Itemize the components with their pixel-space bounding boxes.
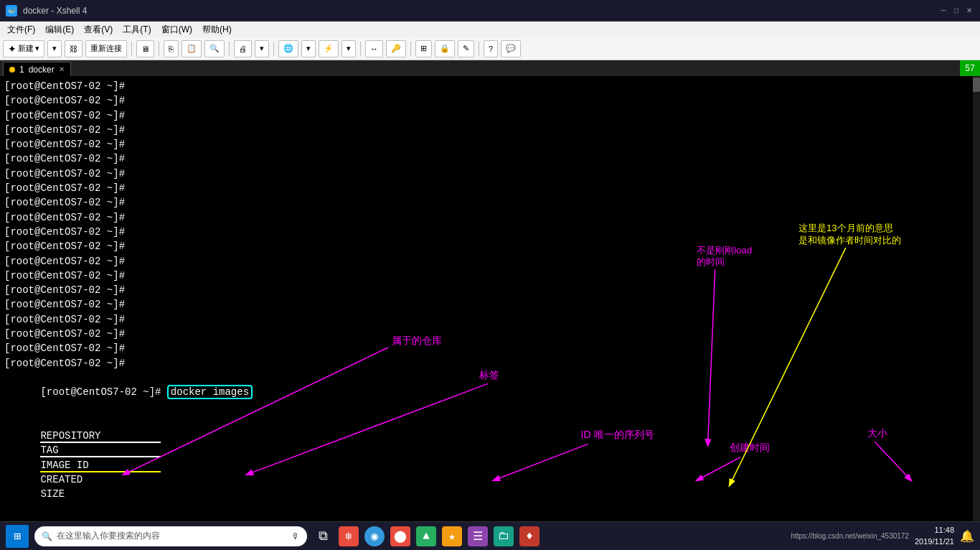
app-icon: 🐳: [6, 5, 17, 17]
microphone-icon: 🎙: [291, 531, 300, 541]
search-bar[interactable]: 🔍 在这里输入你要搜索的内容 🎙: [34, 526, 307, 546]
new-label: 新建: [18, 43, 34, 54]
term-line: [root@CentOS7-02 ~]#: [4, 210, 976, 225]
plugin-button[interactable]: ⚡: [319, 40, 339, 57]
pinned-icon-4[interactable]: ▲: [416, 526, 436, 546]
menu-window[interactable]: 窗口(W): [157, 22, 197, 37]
term-line: [root@CentOS7-02 ~]#: [4, 254, 976, 269]
search-button[interactable]: 🔍: [204, 40, 225, 57]
term-line: [root@CentOS7-02 ~]#: [4, 79, 976, 93]
pinned-icon-6[interactable]: ☰: [468, 526, 488, 546]
tab-close-button[interactable]: ✕: [59, 65, 65, 73]
menu-help[interactable]: 帮助(H): [198, 22, 236, 37]
search-icon: 🔍: [42, 531, 52, 541]
pinned-icon-8[interactable]: ♦: [519, 526, 540, 546]
images-data-row: centos latest 75835a67d134 13 months ago…: [4, 516, 976, 521]
window-controls[interactable]: ─ □ ✕: [938, 6, 974, 16]
separator-6: [410, 42, 411, 56]
tab-bar: 1 docker ✕ 57: [0, 60, 980, 76]
term-line: [root@CentOS7-02 ~]#: [4, 108, 976, 123]
id-header: IMAGE ID: [40, 460, 161, 472]
term-line: [root@CentOS7-02 ~]#: [4, 297, 976, 312]
term-line: [root@CentOS7-02 ~]#: [4, 312, 976, 327]
xftp-button[interactable]: ↔: [365, 40, 383, 57]
terminal-wrapper: [root@CentOS7-02 ~]# [root@CentOS7-02 ~]…: [0, 76, 980, 521]
taskview-icon[interactable]: ⧉: [313, 526, 333, 546]
paste-button[interactable]: 📋: [182, 40, 202, 57]
tab-num: 1: [19, 65, 24, 75]
term-line: [root@CentOS7-02 ~]#: [4, 356, 976, 370]
search-placeholder: 在这里输入你要搜索的内容: [57, 530, 160, 542]
menu-view[interactable]: 查看(V): [80, 22, 117, 37]
term-line: [root@CentOS7-02 ~]#: [4, 225, 976, 239]
minimize-button[interactable]: ─: [938, 6, 948, 16]
pinned-icon-3[interactable]: ⬤: [390, 526, 410, 546]
scrollbar[interactable]: [973, 76, 980, 521]
term-line: [root@CentOS7-02 ~]#: [4, 123, 976, 137]
globe-button[interactable]: 🌐: [278, 40, 298, 57]
term-line: [root@CentOS7-02 ~]#: [4, 152, 976, 166]
action-button[interactable]: ▾: [47, 40, 62, 57]
term-line: [root@CentOS7-02 ~]#: [4, 269, 976, 283]
size-header: SIZE: [40, 488, 65, 500]
separator-2: [159, 42, 159, 56]
menu-tools[interactable]: 工具(T): [118, 22, 155, 37]
pinned-icon-5[interactable]: ★: [442, 526, 462, 546]
repo-header: REPOSITORY: [40, 430, 161, 443]
pinned-icon-1[interactable]: ❄: [339, 526, 359, 546]
grid-button[interactable]: ⊞: [415, 40, 432, 57]
term-line: [root@CentOS7-02 ~]#: [4, 327, 976, 341]
tab-status-dot: [9, 67, 15, 73]
taskbar-url: https://blog.csdn.net/weixin_4530172: [791, 532, 909, 540]
notification-icon[interactable]: 🔔: [960, 529, 974, 543]
reconnect-label: 重新连接: [90, 43, 122, 54]
session-count-badge: 57: [960, 60, 980, 76]
plugin-drop[interactable]: ▾: [341, 40, 356, 57]
separator-5: [360, 42, 361, 56]
separator-7: [479, 42, 479, 56]
command-line: [root@CentOS7-02 ~]# docker images: [4, 370, 976, 414]
term-line: [root@CentOS7-02 ~]#: [4, 341, 976, 355]
term-line: [root@CentOS7-02 ~]#: [4, 283, 976, 297]
separator-3: [229, 42, 230, 56]
tab-label: docker: [29, 65, 55, 75]
help-button[interactable]: ?: [484, 40, 498, 57]
prompt-text: [root@CentOS7-02 ~]#: [40, 386, 166, 398]
monitor-button[interactable]: 🖥: [136, 40, 154, 57]
chat-button[interactable]: 💬: [501, 40, 521, 57]
menu-file[interactable]: 文件(F): [3, 22, 39, 37]
menu-edit[interactable]: 编辑(E): [41, 22, 78, 37]
new-button[interactable]: ✦ 新建 ▾: [3, 40, 44, 57]
compose-button[interactable]: ✎: [458, 40, 474, 57]
taskbar-time-display: 11:48: [915, 525, 954, 536]
term-line: [root@CentOS7-02 ~]#: [4, 167, 976, 181]
taskbar-right: https://blog.csdn.net/weixin_4530172 11:…: [791, 525, 974, 547]
title-bar: 🐳 docker - Xshell 4 ─ □ ✕: [0, 0, 980, 22]
toolbar: ✦ 新建 ▾ ▾ ⛓ 重新连接 🖥 ⎘ 📋 🔍 🖨 ▾ 🌐 ▾ ⚡ ▾ ↔ 🔑 …: [0, 37, 980, 60]
term-line: [root@CentOS7-02 ~]#: [4, 181, 976, 195]
maximize-button[interactable]: □: [951, 6, 961, 16]
lock-button[interactable]: 🔒: [435, 40, 455, 57]
scroll-thumb[interactable]: [973, 78, 980, 92]
xagent-button[interactable]: 🔑: [386, 40, 406, 57]
copy-button[interactable]: ⎘: [164, 40, 179, 57]
print-drop[interactable]: ▾: [255, 40, 269, 57]
chain-button[interactable]: ⛓: [65, 40, 83, 57]
tab-docker[interactable]: 1 docker ✕: [3, 62, 71, 76]
term-line: [root@CentOS7-02 ~]#: [4, 137, 976, 152]
globe-drop[interactable]: ▾: [301, 40, 316, 57]
reconnect-button[interactable]: 重新连接: [85, 40, 127, 57]
new-icon: ✦: [8, 43, 17, 55]
created-header: CREATED: [40, 474, 161, 485]
terminal[interactable]: [root@CentOS7-02 ~]# [root@CentOS7-02 ~]…: [0, 76, 980, 521]
separator-4: [273, 42, 274, 56]
images-header-row: REPOSITORY TAG IMAGE ID CREATED SIZE: [4, 414, 976, 516]
print-button[interactable]: 🖨: [234, 40, 252, 57]
close-button[interactable]: ✕: [964, 6, 974, 16]
pinned-icon-7[interactable]: 🗀: [494, 526, 514, 546]
docker-images-command: docker images: [167, 385, 253, 399]
term-line: [root@CentOS7-02 ~]#: [4, 239, 976, 253]
start-button[interactable]: ⊞: [6, 525, 29, 548]
pinned-icon-2[interactable]: ◉: [364, 526, 385, 546]
separator-1: [131, 42, 132, 56]
